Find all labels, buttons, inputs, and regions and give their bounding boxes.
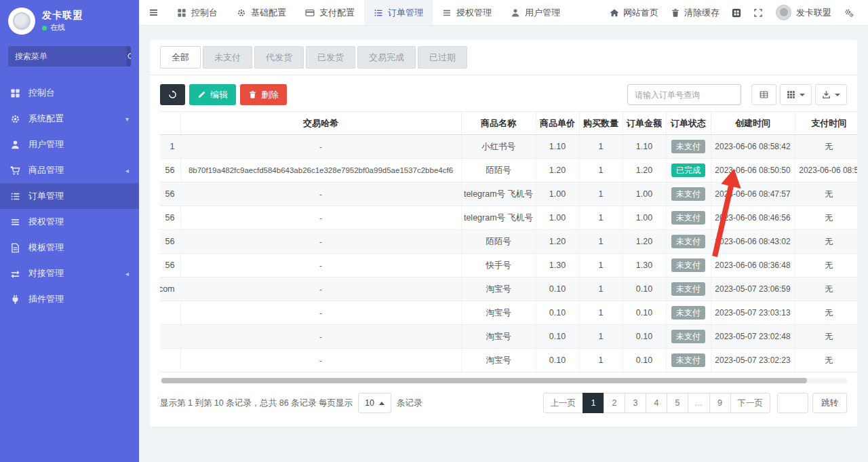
site-home-link[interactable]: 网站首页 <box>604 0 665 25</box>
table-toolbar: 编辑 删除 <box>150 75 857 111</box>
table-row[interactable]: 56-telegram号 飞机号1.0011.00未支付2023-06-06 0… <box>160 182 857 206</box>
sidebar-menu: 控制台 系统配置▾ 用户管理 商品管理◂ 订单管理 授权管理 模板管理 对接管理… <box>0 80 139 312</box>
settings-button[interactable] <box>838 0 860 25</box>
table-row[interactable]: 568b70f19a482fc9aecfd584b643ab26c1e328e7… <box>160 159 857 182</box>
page-button-2[interactable]: 2 <box>604 393 625 413</box>
page-button-1[interactable]: 1 <box>583 393 604 413</box>
apps-button[interactable] <box>726 0 747 25</box>
sidebar-item-users[interactable]: 用户管理 <box>0 132 139 157</box>
topnav-tab-payment-config[interactable]: 支付配置 <box>296 0 364 25</box>
table-row[interactable]: 56-telegram号 飞机号1.0011.00未支付2023-06-06 0… <box>160 206 857 230</box>
pagination: 上一页 1 2 3 4 5 ... 9 下一页 跳转 <box>543 393 847 413</box>
page-button-5[interactable]: 5 <box>667 393 688 413</box>
edit-button[interactable]: 编辑 <box>189 84 236 105</box>
jump-button[interactable]: 跳转 <box>812 393 847 413</box>
table-footer: 显示第 1 到第 10 条记录，总共 86 条记录 每页显示 10 条记录 上一… <box>150 383 857 427</box>
gear-icon <box>237 8 246 18</box>
topnav-tab-orders[interactable]: 订单管理 <box>364 0 433 25</box>
status-badge: 未支付 <box>671 140 705 153</box>
chevron-left-icon: ◂ <box>125 167 129 174</box>
payment-icon <box>305 8 315 18</box>
toggle-view-button[interactable] <box>751 84 776 105</box>
caret-down-icon <box>800 94 805 96</box>
sidebar-item-integration[interactable]: 对接管理◂ <box>0 261 139 286</box>
sidebar-item-auth[interactable]: 授权管理 <box>0 209 139 235</box>
tab-completed[interactable]: 交易完成 <box>357 46 416 69</box>
fullscreen-button[interactable] <box>747 0 769 25</box>
clear-cache-button[interactable]: 清除缓存 <box>665 0 726 25</box>
tab-to-ship[interactable]: 代发货 <box>254 46 304 69</box>
sidebar-item-templates[interactable]: 模板管理 <box>0 235 139 261</box>
tab-expired[interactable]: 已过期 <box>418 46 467 69</box>
goods-icon <box>10 166 20 176</box>
table-row[interactable]: 56-陌陌号1.2011.20未支付2023-06-06 08:43:02无 <box>160 230 857 254</box>
page-button-9[interactable]: 9 <box>709 393 731 413</box>
refresh-button[interactable] <box>160 84 185 105</box>
dashboard-icon <box>10 88 20 98</box>
topnav-tab-auth[interactable]: 授权管理 <box>433 0 501 25</box>
sidebar-item-dashboard[interactable]: 控制台 <box>0 80 139 106</box>
status-badge: 未支付 <box>671 235 705 248</box>
apps-icon <box>732 8 741 18</box>
table-row[interactable]: 1-小红书号1.1011.10未支付2023-06-06 08:58:42无 <box>160 135 857 159</box>
export-button[interactable] <box>815 84 847 105</box>
col-created: 创建时间 <box>711 112 795 135</box>
chevron-left-icon: ◂ <box>125 270 129 277</box>
hamburger-menu-icon[interactable] <box>139 0 167 25</box>
sidebar-item-plugins[interactable]: 插件管理 <box>0 286 139 312</box>
next-page-button[interactable]: 下一页 <box>730 393 771 413</box>
brand: 发卡联盟 在线 <box>0 0 139 42</box>
user-menu[interactable]: 发卡联盟 <box>769 0 838 25</box>
orders-table-wrap: 交易哈希 商品名称 商品单价 购买数量 订单金额 订单状态 创建时间 支付时间 <box>160 111 857 372</box>
col-product: 商品名称 <box>461 112 536 135</box>
tab-shipped[interactable]: 已发货 <box>306 46 355 69</box>
status-badge: 已完成 <box>671 163 705 177</box>
table-row[interactable]: -淘宝号0.1010.10未支付2023-05-07 23:03:13无 <box>160 301 857 325</box>
table-row[interactable]: -淘宝号0.1010.10未支付2023-05-07 23:02:23无 <box>160 349 857 372</box>
settings-gears-icon <box>844 8 854 18</box>
sidebar-item-orders[interactable]: 订单管理 <box>0 183 139 209</box>
username: 发卡联盟 <box>796 7 831 19</box>
page-button-4[interactable]: 4 <box>646 393 667 413</box>
caret-down-icon <box>835 94 840 96</box>
sidebar-item-goods[interactable]: 商品管理◂ <box>0 157 139 183</box>
columns-grid-icon <box>787 90 795 99</box>
status-badge: 未支付 <box>671 187 705 201</box>
fullscreen-icon <box>753 8 763 18</box>
col-amount: 订单金额 <box>623 112 666 135</box>
sidebar-item-system-config[interactable]: 系统配置▾ <box>0 106 139 132</box>
menu-search-input[interactable] <box>8 46 127 66</box>
table-row[interactable]: -淘宝号0.1010.10未支付2023-05-07 23:02:48无 <box>160 325 857 349</box>
orders-table: 交易哈希 商品名称 商品单价 购买数量 订单金额 订单状态 创建时间 支付时间 <box>160 111 857 372</box>
scrollbar-thumb[interactable] <box>161 378 807 383</box>
topnav-tab-dashboard[interactable]: 控制台 <box>167 0 227 25</box>
order-search-input[interactable] <box>627 84 741 105</box>
filter-tabs: 全部 未支付 代发货 已发货 交易完成 已过期 <box>150 40 857 75</box>
tab-unpaid[interactable]: 未支付 <box>203 46 252 69</box>
table-row[interactable]: 56-快手号1.3011.30未支付2023-06-06 08:36:48无 <box>160 254 857 277</box>
topnav-tab-base-config[interactable]: 基础配置 <box>227 0 296 25</box>
jump-page-input[interactable] <box>777 393 808 413</box>
sidebar: 发卡联盟 在线 控制台 系统配置▾ 用户管理 商品管理◂ 订单管理 授权管理 模… <box>0 0 139 462</box>
tab-all[interactable]: 全部 <box>160 46 201 69</box>
orders-panel: 全部 未支付 代发货 已发货 交易完成 已过期 编辑 删除 <box>150 40 857 427</box>
col-qty: 购买数量 <box>579 112 623 135</box>
table-icon <box>760 90 768 99</box>
delete-button[interactable]: 删除 <box>240 84 287 105</box>
per-page-select[interactable]: 10 <box>358 393 391 413</box>
online-status: 在线 <box>42 23 83 33</box>
auth-icon <box>442 8 452 18</box>
app-root: 发卡联盟 在线 控制台 系统配置▾ 用户管理 商品管理◂ 订单管理 授权管理 模… <box>0 0 868 462</box>
horizontal-scrollbar[interactable] <box>160 378 847 383</box>
search-icon[interactable] <box>127 46 131 66</box>
columns-button[interactable] <box>780 84 812 105</box>
prev-page-button[interactable]: 上一页 <box>543 393 584 413</box>
col-paid: 支付时间 <box>795 112 857 135</box>
page-button-3[interactable]: 3 <box>625 393 646 413</box>
topnav-tab-users[interactable]: 用户管理 <box>501 0 570 25</box>
records-summary: 显示第 1 到第 10 条记录，总共 86 条记录 每页显示 10 条记录 <box>160 393 422 413</box>
refresh-icon <box>168 90 177 99</box>
topnav: 控制台 基础配置 支付配置 订单管理 授权管理 用户管理 网站首页 清除缓存 发… <box>139 0 868 26</box>
integration-icon <box>10 269 20 279</box>
table-row[interactable]: q.com-淘宝号0.1010.10未支付2023-05-07 23:06:59… <box>160 277 857 301</box>
